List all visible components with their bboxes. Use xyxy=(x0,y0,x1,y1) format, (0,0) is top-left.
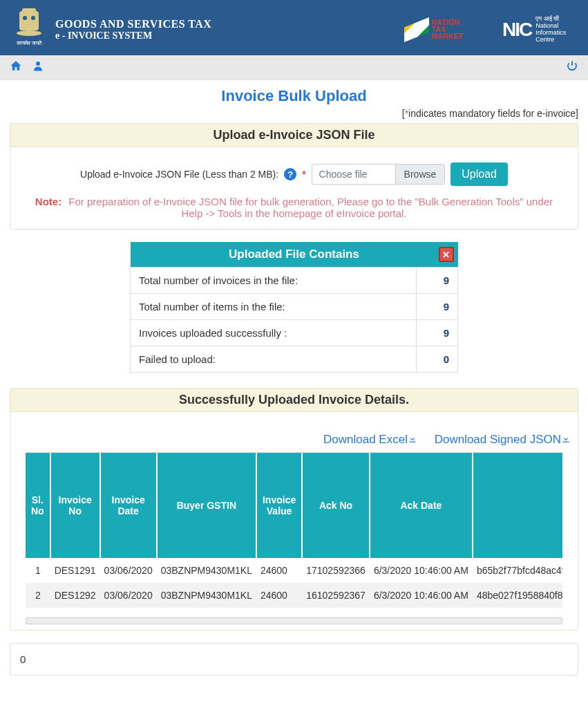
download-excel-link[interactable]: Download Excel xyxy=(323,433,417,446)
table-cell: 17102592366 xyxy=(302,558,370,583)
table-cell: 24600 xyxy=(256,558,302,583)
user-icon[interactable] xyxy=(32,59,44,75)
column-header xyxy=(473,453,562,558)
nation-tax-market-logo: NATION TAX MARKET xyxy=(404,16,494,44)
column-header: Ack Date xyxy=(370,453,473,558)
details-table: Sl. NoInvoice NoInvoice DateBuyer GSTINI… xyxy=(26,453,562,608)
details-panel-header: Successfully Uploaded Invoice Details. xyxy=(10,389,578,412)
table-cell: 16102592367 xyxy=(302,583,370,608)
upload-panel: Upload e-Invoice JSON File Upload e-Invo… xyxy=(10,123,578,230)
browse-button[interactable]: Browse xyxy=(395,165,445,184)
summary-row: Invoices uploaded successfully :9 xyxy=(131,320,458,346)
summary-value: 9 xyxy=(417,294,458,320)
summary-label: Total number of items in the file: xyxy=(131,294,417,320)
table-cell: DES1291 xyxy=(50,558,100,583)
svg-point-5 xyxy=(36,62,40,66)
summary-row: Failed to upload:0 xyxy=(131,346,458,373)
svg-rect-2 xyxy=(22,8,36,14)
national-emblem: सत्यमेव जयते xyxy=(10,6,48,54)
details-panel: Successfully Uploaded Invoice Details. D… xyxy=(10,388,578,631)
header-titles: GOODS AND SERVICES TAX e - INVOICE SYSTE… xyxy=(55,18,211,41)
table-cell: 03BZNPM9430M1KL xyxy=(157,558,256,583)
table-cell: 48be027f1958840f8a2944 xyxy=(473,583,562,608)
header-title-2: e - INVOICE SYSTEM xyxy=(55,30,211,41)
page-title: Invoice Bulk Upload xyxy=(10,87,578,105)
summary-value: 9 xyxy=(417,268,458,294)
svg-point-3 xyxy=(23,16,27,20)
table-cell: DES1292 xyxy=(50,583,100,608)
svg-rect-1 xyxy=(19,11,39,30)
toolbar xyxy=(0,55,588,80)
summary-label: Total number of invoices in the file: xyxy=(131,268,417,294)
column-header: Ack No xyxy=(302,453,370,558)
table-row: 1DES129103/06/202003BZNPM9430M1KL2460017… xyxy=(26,558,562,583)
summary-label: Invoices uploaded successfully : xyxy=(131,320,417,346)
table-cell: 6/3/2020 10:46:00 AM xyxy=(370,583,473,608)
column-header: Invoice Date xyxy=(100,453,157,558)
required-star: * xyxy=(302,169,305,180)
summary-value: 0 xyxy=(417,346,458,373)
footer-value-box: 0 xyxy=(10,643,578,676)
home-icon[interactable] xyxy=(10,59,22,75)
nic-logo: NIC एन आई सी National Informatics Centre xyxy=(502,16,578,44)
app-header: सत्यमेव जयते GOODS AND SERVICES TAX e - … xyxy=(0,0,588,55)
header-title-1: GOODS AND SERVICES TAX xyxy=(55,18,211,30)
help-icon[interactable]: ? xyxy=(284,168,296,180)
table-cell: 03/06/2020 xyxy=(100,558,157,583)
column-header: Invoice Value xyxy=(256,453,302,558)
file-input[interactable]: Choose file Browse xyxy=(312,164,446,185)
table-cell: 2 xyxy=(26,583,50,608)
upload-panel-header: Upload e-Invoice JSON File xyxy=(10,124,578,147)
column-header: Buyer GSTIN xyxy=(157,453,256,558)
table-cell: 1 xyxy=(26,558,50,583)
details-scroll[interactable]: Sl. NoInvoice NoInvoice DateBuyer GSTINI… xyxy=(26,452,562,612)
download-json-link[interactable]: Download Signed JSON xyxy=(435,433,571,446)
table-row: 2DES129203/06/202003BZNPM9430M1KL2460016… xyxy=(26,583,562,608)
summary-label: Failed to upload: xyxy=(131,346,417,373)
table-cell: 03BZNPM9430M1KL xyxy=(157,583,256,608)
power-icon[interactable] xyxy=(566,59,578,75)
svg-point-0 xyxy=(17,30,41,36)
table-cell: 03/06/2020 xyxy=(100,583,157,608)
table-cell: 24600 xyxy=(256,583,302,608)
close-icon[interactable]: ✕ xyxy=(439,247,454,262)
upload-note: Note: For preparation of e-Invoice JSON … xyxy=(10,196,578,229)
file-placeholder: Choose file xyxy=(312,165,395,184)
summary-row: Total number of items in the file:9 xyxy=(131,294,458,320)
upload-button[interactable]: Upload xyxy=(451,162,508,186)
table-cell: b65b2f77bfcd48ac498a96c xyxy=(473,558,562,583)
summary-table: Uploaded File Contains ✕ Total number of… xyxy=(130,242,458,373)
upload-label: Upload e-Invoice JSON File (Less than 2 … xyxy=(80,169,278,180)
horizontal-scrollbar[interactable] xyxy=(26,617,562,624)
column-header: Sl. No xyxy=(26,453,50,558)
summary-header: Uploaded File Contains ✕ xyxy=(131,242,458,268)
svg-point-4 xyxy=(31,16,35,20)
table-cell: 6/3/2020 10:46:00 AM xyxy=(370,558,473,583)
summary-row: Total number of invoices in the file:9 xyxy=(131,268,458,294)
summary-value: 9 xyxy=(417,320,458,346)
column-header: Invoice No xyxy=(50,453,100,558)
mandatory-note: [*indicates mandatory fields for e-invoi… xyxy=(10,108,578,119)
emblem-caption: सत्यमेव जयते xyxy=(17,40,42,47)
